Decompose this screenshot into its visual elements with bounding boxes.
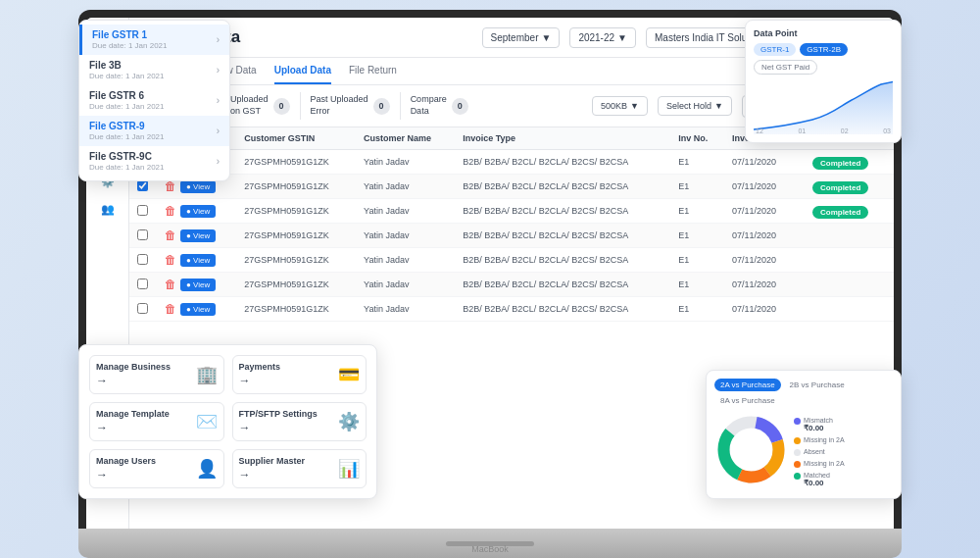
gstr-item-3b[interactable]: File 3B Due date: 1 Jan 2021 › (79, 55, 229, 85)
payments-item[interactable]: Payments → 💳 (232, 355, 368, 394)
manage-users[interactable]: Manage Users → 👤 (89, 449, 224, 488)
row-checkbox[interactable] (137, 303, 148, 314)
cell-name: Yatin Jadav (356, 248, 455, 273)
delete-icon[interactable]: 🗑 (165, 179, 176, 193)
row-checkbox[interactable] (137, 205, 148, 216)
legend-missing-2a: Missing in 2A (794, 436, 893, 444)
cell-date: 07/11/2020 (724, 273, 805, 297)
cell-type: B2B/ B2BA/ B2CL/ B2CLA/ B2CS/ B2CSA (455, 224, 670, 248)
divider-3 (400, 92, 401, 120)
past-uploaded-stat: Past UploadedError 0 (311, 94, 390, 117)
ftp-settings[interactable]: FTP/SFTP Settings → ⚙️ (232, 402, 368, 441)
table-row: 🗑 ● View 27GSPMH0591G1ZKYatin JadavB2B/ … (129, 273, 894, 297)
row-checkbox[interactable] (137, 279, 148, 289)
compare-content: Mismatch ₹0.00 Missing in 2A Absent (714, 413, 893, 490)
cell-date: 07/11/2020 (724, 224, 805, 248)
cell-type: B2B/ B2BA/ B2CL/ B2CLA/ B2CS/ B2CSA (455, 175, 670, 199)
gstr-item-9[interactable]: File GSTR-9 Due date: 1 Jan 2021 › (79, 116, 229, 146)
dp-badge-net[interactable]: Net GST Paid (754, 60, 817, 75)
supplier-master[interactable]: Supplier Master → 📊 (232, 449, 368, 488)
legend-matched: Matched ₹0.00 (794, 472, 893, 487)
legend-absent: Absent (794, 448, 893, 456)
legend-dot-missing-2a-2 (794, 461, 801, 468)
cell-status (805, 273, 894, 297)
table-row: 🗑 ● View 27GSPMH0591G1ZKYatin JadavB2B/ … (129, 199, 894, 224)
compare-count: 0 (452, 98, 468, 115)
legend-dot-matched (794, 473, 801, 480)
gstr-panel: File GSTR 1 Due date: 1 Jan 2021 › File … (78, 20, 230, 181)
cell-name: Yatin Jadav (356, 175, 455, 199)
delete-icon[interactable]: 🗑 (165, 228, 176, 242)
cell-inv_no: E1 (670, 199, 724, 224)
gstr-item-6[interactable]: File GSTR 6 Due date: 1 Jan 2021 › (79, 85, 229, 116)
year-select[interactable]: 2021-22 ▼ (569, 27, 636, 48)
gstr-item-1[interactable]: File GSTR 1 Due date: 1 Jan 2021 › (79, 25, 229, 55)
delete-icon[interactable]: 🗑 (165, 302, 176, 316)
view-button[interactable]: ● View (180, 303, 216, 316)
cell-gstin: 27GSPMH0591G1ZK (236, 248, 356, 273)
delete-icon[interactable]: 🗑 (165, 278, 176, 291)
past-uploaded-label: Past UploadedError (311, 94, 368, 117)
action-cell: 🗑 ● View (165, 278, 228, 291)
cell-status (805, 248, 894, 273)
row-checkbox[interactable] (137, 254, 148, 265)
macbook-label: MacBook (471, 544, 509, 554)
payments-icon: 💳 (338, 364, 360, 385)
month-select[interactable]: September ▼ (482, 27, 561, 48)
view-button[interactable]: ● View (180, 254, 216, 267)
table-row: 🗑 ● View 27GSPMH0591G1ZKYatin JadavB2B/ … (129, 150, 894, 175)
view-button[interactable]: ● View (180, 279, 216, 291)
col-inv: Inv No. (670, 127, 724, 150)
action-cell: 🗑 ● View (165, 302, 228, 316)
data-table: Action Customer GSTIN Customer Name Invo… (129, 127, 894, 322)
compare-tab-8a[interactable]: 8A vs Purchase (714, 394, 781, 407)
cell-date: 07/11/2020 (724, 248, 805, 273)
row-checkbox[interactable] (137, 180, 148, 191)
table-row: 🗑 ● View 27GSPMH0591G1ZKYatin JadavB2B/ … (129, 248, 894, 273)
cell-gstin: 27GSPMH0591G1ZK (236, 224, 356, 248)
cell-type: B2B/ B2BA/ B2CL/ B2CLA/ B2CS/ B2CSA (455, 297, 670, 322)
uploaded-count: 0 (273, 98, 290, 115)
status-badge: Completed (812, 181, 868, 194)
tab-file-return[interactable]: File Return (349, 58, 397, 84)
view-button[interactable]: ● View (180, 180, 216, 193)
delete-icon[interactable]: 🗑 (165, 204, 176, 218)
size-button[interactable]: 500KB▼ (592, 96, 648, 116)
status-badge: Completed (812, 157, 868, 170)
cell-gstin: 27GSPMH0591G1ZK (236, 199, 356, 224)
macbook-screen-bezel: m ⊞ 📄 ⠿ 📊 ⚙️ 👥 Upload Data September ▼ (78, 10, 902, 529)
divider-2 (300, 92, 301, 120)
row-checkbox[interactable] (137, 229, 148, 240)
table-row: 🗑 ● View 27GSPMH0591G1ZKYatin JadavB2B/ … (129, 224, 894, 248)
compare-tab-2b[interactable]: 2B vs Purchase (784, 379, 851, 391)
data-point-panel: Data Point GSTR-1 GSTR-2B Net GST Paid (745, 20, 902, 143)
donut-chart (714, 413, 788, 490)
col-type: Invoice Type (455, 127, 670, 150)
supplier-master-icon: 📊 (338, 458, 360, 480)
dp-badge-gstr1[interactable]: GSTR-1 (754, 43, 796, 56)
cell-status (805, 297, 894, 322)
sidebar-icon-users[interactable]: 👥 (95, 198, 121, 220)
view-button[interactable]: ● View (180, 229, 216, 242)
data-point-title: Data Point (754, 28, 893, 38)
cell-name: Yatin Jadav (356, 150, 455, 175)
dp-badge-gstr2b[interactable]: GSTR-2B (800, 43, 848, 56)
compare-tab-2a[interactable]: 2A vs Purchase (714, 379, 781, 391)
cell-inv_no: E1 (670, 248, 724, 273)
delete-icon[interactable]: 🗑 (165, 253, 176, 267)
cell-inv_no: E1 (670, 273, 724, 297)
view-button[interactable]: ● View (180, 205, 216, 218)
manage-business[interactable]: Manage Business → 🏢 (89, 355, 224, 394)
select-hold-button[interactable]: Select Hold▼ (658, 96, 732, 116)
legend-dot-mismatch (794, 418, 801, 425)
col-name: Customer Name (356, 127, 455, 150)
status-badge: Completed (812, 206, 868, 219)
legend-missing-2a-2: Missing in 2A (794, 460, 893, 468)
cell-type: B2B/ B2BA/ B2CL/ B2CLA/ B2CS/ B2CSA (455, 199, 670, 224)
gstr-item-9c[interactable]: File GSTR-9C Due date: 1 Jan 2021 › (79, 146, 229, 177)
compare-label: CompareData (411, 94, 447, 117)
cell-name: Yatin Jadav (356, 297, 455, 322)
manage-template[interactable]: Manage Template → ✉️ (89, 402, 224, 441)
cell-name: Yatin Jadav (356, 199, 455, 224)
tab-upload-data[interactable]: Upload Data (274, 58, 331, 84)
